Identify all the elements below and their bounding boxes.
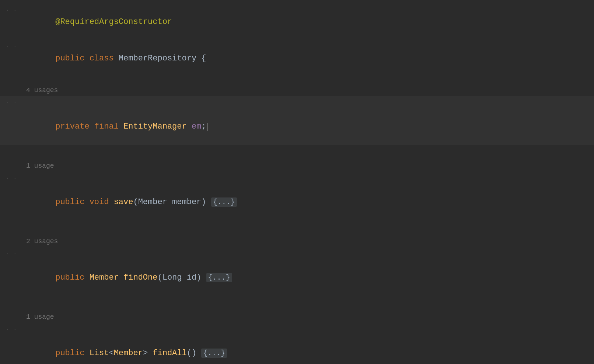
blank-line [0,145,594,152]
collapsed-block[interactable]: {...} [206,273,232,282]
blank-line [0,296,594,303]
line-class-decl: · · · public class MemberRepository { [0,40,594,77]
collapsed-block[interactable]: {...} [201,349,227,358]
gutter-dots: · · · · [0,175,20,182]
gutter-dots: · · · [0,7,20,14]
gutter-dots: · · · · [0,326,20,333]
line-annotation: · · · @RequiredArgsConstructor [0,4,594,40]
line-content: @RequiredArgsConstructor [20,4,587,40]
line-save-method: · · · · public void save(Member member) … [0,172,594,220]
line-content: public Member findOne(Long id) {...} [20,247,587,296]
usage-hint-1b: 1 usage [0,311,594,323]
blank-line [0,228,594,235]
blank-line [0,303,594,311]
line-findall-method: · · · · public List<Member> findAll() {.… [0,323,594,364]
blank-line [0,77,594,84]
line-content: public void save(Member member) {...} [20,172,587,220]
gutter-dots: · · · · [0,250,20,258]
usage-hint-2: 2 usages [0,235,594,247]
gutter-dots: · · · [0,99,20,107]
usage-hint-4: 4 usages [0,84,594,96]
text-cursor [207,123,207,131]
usage-hint-1a: 1 usage [0,160,594,172]
line-content: public List<Member> findAll() {...} [20,323,587,364]
collapsed-block[interactable]: {...} [211,197,237,207]
code-editor: · · · @RequiredArgsConstructor · · · pub… [0,0,594,364]
line-content: private final EntityManager em; [20,96,587,145]
line-private-field: · · · private final EntityManager em; [0,96,594,145]
annotation-text: @RequiredArgsConstructor [55,17,172,27]
blank-line [0,152,594,160]
line-findone-method: · · · · public Member findOne(Long id) {… [0,247,594,296]
blank-line [0,220,594,228]
line-content: public class MemberRepository { [20,40,587,77]
gutter-dots: · · · [0,43,20,51]
